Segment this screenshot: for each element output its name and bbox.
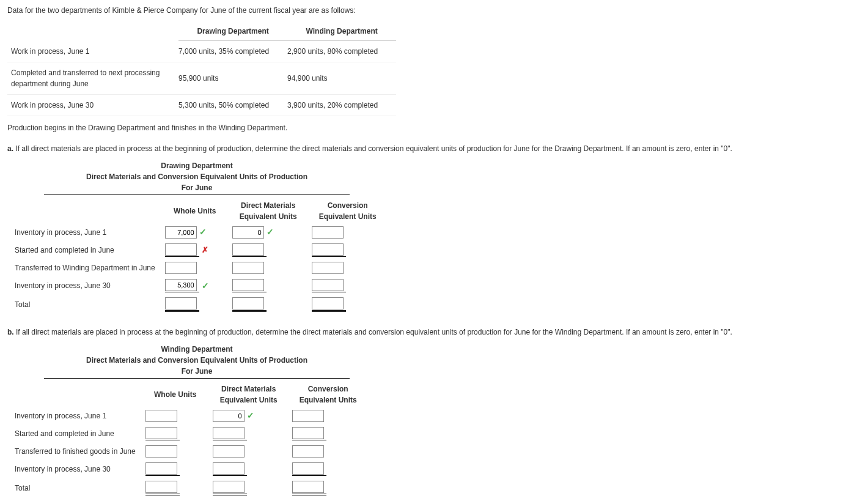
a-r1-dm[interactable]: [232, 226, 264, 239]
table-row: Work in process, June 30 5,300 units, 50…: [7, 95, 396, 116]
check-icon: ✓: [267, 226, 274, 239]
b-r1-whole[interactable]: [145, 410, 177, 422]
table-row: Inventory in process, June 30 ✓: [11, 276, 388, 295]
a-r3-conv[interactable]: [312, 262, 344, 274]
b-r5-whole[interactable]: [145, 481, 177, 493]
table-row: Transferred to finished goods in June: [11, 443, 368, 460]
table-row: Total: [11, 478, 368, 498]
col-dm-eu: Direct MaterialsEquivalent Units: [229, 199, 308, 223]
check-icon: ✓: [202, 280, 209, 292]
a-r5-conv[interactable]: [312, 297, 344, 309]
table-row: Started and completed in June: [11, 424, 368, 443]
table-row: Work in process, June 1 7,000 units, 35%…: [7, 41, 396, 62]
col-conv-eu: ConversionEquivalent Units: [289, 382, 368, 407]
col-dm-eu: Direct MaterialsEquivalent Units: [209, 382, 289, 407]
a-r2-whole[interactable]: [165, 243, 197, 256]
a-r4-dm[interactable]: [232, 279, 264, 291]
b-r2-dm[interactable]: [213, 427, 245, 439]
a-r1-conv[interactable]: [312, 226, 344, 239]
b-r4-dm[interactable]: [213, 462, 245, 475]
col-conv-eu: ConversionEquivalent Units: [308, 199, 388, 223]
b-r2-conv[interactable]: [292, 427, 324, 439]
a-r3-dm[interactable]: [232, 262, 264, 274]
part-a: a. If all direct materials are placed in…: [7, 143, 861, 314]
table-row: Inventory in process, June 1 ✓ ✓: [11, 223, 388, 241]
header-winding: Winding Department: [287, 22, 396, 41]
part-b-answer-table: Whole Units Direct MaterialsEquivalent U…: [11, 382, 368, 498]
b-r1-dm[interactable]: [213, 410, 245, 422]
a-r5-dm[interactable]: [232, 297, 264, 309]
table-row: Total: [11, 295, 388, 314]
department-data-table: Drawing Department Winding Department Wo…: [7, 22, 396, 116]
table-row: Completed and transferred to next proces…: [7, 62, 396, 95]
header-drawing: Drawing Department: [178, 22, 287, 41]
b-r4-whole[interactable]: [145, 462, 177, 475]
a-r1-whole[interactable]: [165, 226, 197, 239]
b-r1-conv[interactable]: [292, 410, 324, 422]
x-icon: ✗: [202, 244, 208, 256]
intro-text: Data for the two departments of Kimble &…: [7, 5, 861, 16]
a-r2-conv[interactable]: [312, 243, 344, 256]
a-r5-whole[interactable]: [165, 297, 197, 309]
a-r2-dm[interactable]: [232, 243, 264, 256]
b-r2-whole[interactable]: [145, 427, 177, 439]
b-r3-whole[interactable]: [145, 445, 177, 458]
b-r3-dm[interactable]: [213, 445, 245, 458]
table-row: Inventory in process, June 30: [11, 460, 368, 478]
part-a-answer-table: Whole Units Direct MaterialsEquivalent U…: [11, 199, 388, 314]
a-r4-conv[interactable]: [312, 279, 344, 291]
part-b-text: If all direct materials are placed in pr…: [16, 328, 732, 336]
table-row: Started and completed in June ✗: [11, 241, 388, 259]
a-r3-whole[interactable]: [165, 262, 197, 274]
col-whole-units: Whole Units: [161, 199, 229, 223]
part-b-title: Winding Department Direct Materials and …: [44, 344, 350, 379]
b-r3-conv[interactable]: [292, 445, 324, 458]
col-whole-units: Whole Units: [142, 382, 209, 407]
part-a-text: If all direct materials are placed in pr…: [15, 144, 732, 153]
a-r4-whole[interactable]: [165, 279, 197, 291]
b-r4-conv[interactable]: [292, 462, 324, 475]
b-r5-dm[interactable]: [213, 481, 245, 493]
part-b: b. If all direct materials are placed in…: [7, 327, 861, 498]
part-b-marker: b.: [7, 328, 14, 336]
part-a-marker: a.: [7, 144, 13, 153]
check-icon: ✓: [199, 226, 207, 239]
check-icon: ✓: [247, 409, 254, 422]
b-r5-conv[interactable]: [292, 481, 324, 493]
production-note: Production begins in the Drawing Departm…: [7, 122, 861, 133]
table-row: Inventory in process, June 1 ✓: [11, 407, 368, 424]
part-a-title: Drawing Department Direct Materials and …: [44, 160, 350, 195]
table-row: Transferred to Winding Department in Jun…: [11, 259, 388, 276]
